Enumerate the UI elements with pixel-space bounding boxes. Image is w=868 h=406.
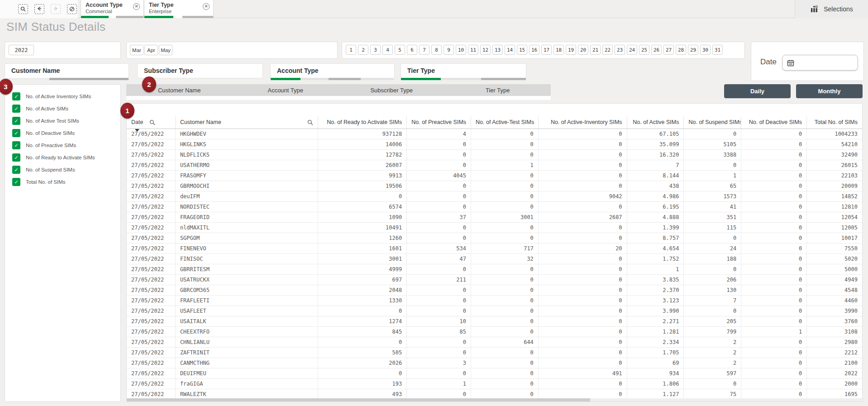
day-chip[interactable]: 21	[590, 45, 601, 55]
table-row[interactable]: 27/05/2022 USAFLEET 0 0 0 0 3.990 0 0 39…	[127, 306, 862, 316]
cell-date[interactable]: 27/05/2022	[127, 296, 176, 306]
day-chip[interactable]: 19	[566, 45, 576, 55]
checkbox-checked-icon[interactable]: ✓	[12, 92, 20, 100]
day-chip[interactable]: 11	[468, 45, 478, 55]
cell-date[interactable]: 27/05/2022	[127, 139, 176, 149]
listbox-account-type[interactable]: Account Type	[270, 63, 395, 78]
cell-date[interactable]: 27/05/2022	[127, 316, 176, 326]
day-chip[interactable]: 14	[505, 45, 515, 55]
table-row[interactable]: 27/05/2022 deuIFM 0 0 0 9042 4.986 1573 …	[127, 191, 862, 202]
horizontal-scrollbar[interactable]	[127, 398, 862, 401]
cell-date[interactable]: 27/05/2022	[127, 191, 176, 201]
cell-customer-name[interactable]: FRAGEORID	[176, 212, 319, 222]
day-chip[interactable]: 4	[382, 45, 393, 55]
table-row[interactable]: 27/05/2022 GBRRITESM 4999 0 0 0 1 0 0 50…	[127, 264, 862, 275]
table-row[interactable]: 27/05/2022 USAITALK 1274 10 0 0 2.271 20…	[127, 316, 862, 327]
cell-date[interactable]: 27/05/2022	[127, 337, 176, 347]
day-chip[interactable]: 28	[676, 45, 686, 55]
selection-chip-tier-type[interactable]: Tier Type Enterprise ✕	[144, 0, 214, 18]
cell-date[interactable]: 27/05/2022	[127, 171, 176, 181]
checkbox-checked-icon[interactable]: ✓	[12, 105, 20, 113]
table-row[interactable]: 27/05/2022 CHEEXTRFO 845 85 0 0 1.281 79…	[127, 327, 862, 337]
day-chip[interactable]: 30	[700, 45, 711, 55]
metric-checkbox-row[interactable]: ✓ No. of Suspend SIMs	[12, 163, 120, 176]
column-header-customer-name[interactable]: Customer Name	[176, 116, 319, 129]
listbox-scrollbar[interactable]	[271, 78, 394, 80]
cell-customer-name[interactable]: NORDISTEC	[176, 202, 319, 212]
cell-date[interactable]: 27/05/2022	[127, 368, 176, 378]
table-row[interactable]: 27/05/2022 USATRUCKX 697 211 0 0 3.835 2…	[127, 275, 862, 285]
table-row[interactable]: 27/05/2022 FINENEVO 1601 534 717 20 4.65…	[127, 244, 862, 254]
table-row[interactable]: 27/05/2022 NLDFLICKS 12782 0 0 0 16.320 …	[127, 150, 862, 160]
month-chip[interactable]: May	[159, 45, 172, 55]
day-chip[interactable]: 15	[517, 45, 527, 55]
table-row[interactable]: 27/05/2022 HKGHWDEV 937128 4 0 0 67.105 …	[127, 129, 862, 139]
cell-customer-name[interactable]: FINENEVO	[176, 244, 319, 253]
table-row[interactable]: 27/05/2022 USATHERMO 26007 0 1 0 7 0 0 2…	[127, 160, 862, 171]
year-chip[interactable]: 2022	[9, 45, 34, 55]
remove-selection-icon[interactable]: ✕	[133, 3, 140, 10]
day-chip[interactable]: 13	[492, 45, 503, 55]
table-row[interactable]: 27/05/2022 fraGIGA 193 1 0 0 1.806 0 0 2…	[127, 379, 862, 389]
table-row[interactable]: 27/05/2022 DEUIFMEU 0 0 0 491 934 597 0 …	[127, 368, 862, 379]
cell-customer-name[interactable]: CANMCTHNG	[176, 358, 319, 368]
remove-selection-icon[interactable]: ✕	[203, 3, 210, 10]
selection-chip-account-type[interactable]: Account Type Commercial ✕	[81, 0, 144, 18]
cell-customer-name[interactable]: GBRMOOCHI	[176, 181, 319, 191]
cell-date[interactable]: 27/05/2022	[127, 275, 176, 285]
day-chip[interactable]: 12	[480, 45, 491, 55]
checkbox-checked-icon[interactable]: ✓	[12, 166, 20, 174]
column-header-date[interactable]: Date	[127, 116, 176, 129]
listbox-scrollbar[interactable]	[401, 78, 526, 80]
day-chip[interactable]: 6	[407, 45, 417, 55]
table-row[interactable]: 27/05/2022 ZAFTRINIT 505 0 0 0 1.705 2 0…	[127, 348, 862, 358]
day-chip[interactable]: 20	[578, 45, 588, 55]
metric-checkbox-row[interactable]: ✓ No. of Active Inventory SIMs	[12, 90, 120, 102]
cell-customer-name[interactable]: SGPGOM	[176, 233, 319, 243]
table-row[interactable]: 27/05/2022 HKGLINKS 14006 0 0 0 35.099 5…	[127, 139, 862, 150]
table-row[interactable]: 27/05/2022 GBRCOM365 2048 0 0 0 2.370 13…	[127, 285, 862, 296]
day-chip[interactable]: 27	[663, 45, 674, 55]
cell-date[interactable]: 27/05/2022	[127, 160, 176, 170]
listbox-tier-type[interactable]: Tier Type	[401, 63, 526, 78]
cell-customer-name[interactable]: FINISOC	[176, 254, 319, 264]
cell-date[interactable]: 27/05/2022	[127, 358, 176, 368]
smart-search-icon[interactable]	[18, 4, 28, 14]
metric-checkbox-row[interactable]: ✓ No. of Deactive SIMs	[12, 127, 120, 139]
cell-customer-name[interactable]: deuIFM	[176, 191, 319, 201]
column-header-preactive[interactable]: No. of Preactive SIMs	[407, 116, 471, 129]
day-chip[interactable]: 3	[370, 45, 381, 55]
table-row[interactable]: 27/05/2022 NORDISTEC 6574 0 0 0 6.195 41…	[127, 202, 862, 212]
selections-forward-icon[interactable]	[51, 4, 61, 14]
cell-date[interactable]: 27/05/2022	[127, 212, 176, 222]
table-row[interactable]: 27/05/2022 FRAFLEETI 1330 0 0 0 3.123 7 …	[127, 296, 862, 306]
cell-customer-name[interactable]: USATRUCKX	[176, 275, 319, 285]
column-header-active[interactable]: No. of Active SIMs	[627, 116, 684, 129]
cell-customer-name[interactable]: FRASOMFY	[176, 171, 319, 181]
cell-customer-name[interactable]: DEUIFMEU	[176, 368, 319, 378]
day-chip[interactable]: 26	[651, 45, 662, 55]
cell-customer-name[interactable]: GBRRITESM	[176, 264, 319, 274]
cell-date[interactable]: 27/05/2022	[127, 348, 176, 358]
table-row[interactable]: 27/05/2022 CANMCTHNG 2026 3 0 0 69 2 0 2…	[127, 358, 862, 368]
checkbox-checked-icon[interactable]: ✓	[12, 153, 20, 162]
listbox-customer-name[interactable]: Customer Name	[5, 63, 129, 78]
day-chip[interactable]: 16	[529, 45, 539, 55]
monthly-button[interactable]: Monthly	[796, 84, 863, 98]
table-row[interactable]: 27/05/2022 FRASOMFY 9913 4045 0 0 8.144 …	[127, 171, 862, 181]
clear-selections-icon[interactable]	[67, 4, 77, 14]
cell-customer-name[interactable]: FRAFLEETI	[176, 296, 319, 306]
cell-date[interactable]: 27/05/2022	[127, 223, 176, 233]
dimension-tab[interactable]: Tier Type	[445, 84, 551, 96]
day-chip[interactable]: 23	[615, 45, 625, 55]
cell-date[interactable]: 27/05/2022	[127, 150, 176, 160]
cell-date[interactable]: 27/05/2022	[127, 379, 176, 389]
column-header-deactive[interactable]: No. of Deactive SIMs	[741, 116, 807, 129]
listbox-scrollbar[interactable]	[5, 78, 129, 80]
dimension-tab[interactable]: Account Type	[233, 84, 339, 96]
day-chip[interactable]: 2	[358, 45, 368, 55]
dimension-tab[interactable]: Subscriber Type	[339, 84, 445, 96]
day-chip[interactable]: 7	[419, 45, 429, 55]
selections-button[interactable]: Selections	[795, 0, 868, 18]
cell-date[interactable]: 27/05/2022	[127, 129, 176, 139]
